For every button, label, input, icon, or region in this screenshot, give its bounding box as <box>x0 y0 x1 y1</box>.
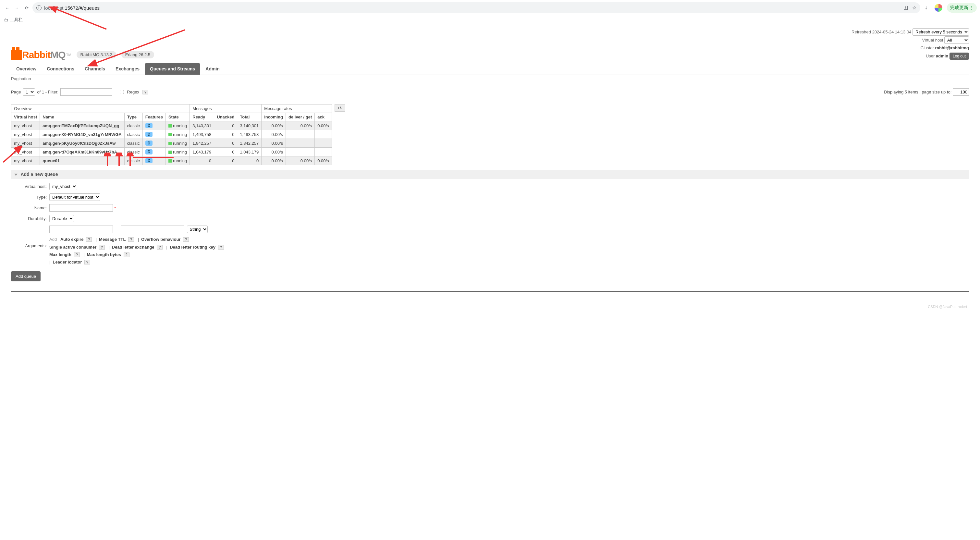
group-rates: Message rates <box>262 105 332 113</box>
cluster-value: rabbit@rabbitmq <box>935 45 969 50</box>
help-icon[interactable]: ? <box>183 237 189 242</box>
vhost-label: Virtual host <box>922 38 943 43</box>
bookmark-folder-label[interactable]: 工具栏 <box>10 17 23 23</box>
quick-arg-max-length-bytes[interactable]: Max length bytes <box>87 252 121 257</box>
rabbitmq-logo: RabbitMQTM <box>11 49 72 61</box>
quick-arg-leader-locator[interactable]: Leader locator <box>53 260 82 264</box>
table-row: my_vhostamq.gen-X0-RYMG4D_vn21gYrMRWGAcl… <box>11 130 332 139</box>
queue-name-link[interactable]: amq.gen-X0-RYMG4D_vn21gYrMRWGA <box>40 130 124 139</box>
of-label: of 1 - Filter: <box>37 89 59 94</box>
th-features[interactable]: Features <box>142 113 165 121</box>
form-durability-select[interactable]: Durable <box>49 215 74 222</box>
th-name[interactable]: Name <box>40 113 124 121</box>
version-pill: RabbitMQ 3.13.2 <box>76 51 116 58</box>
quick-arg-message-ttl[interactable]: Message TTL <box>99 237 126 242</box>
help-icon[interactable]: ? <box>74 252 80 257</box>
queue-name-link[interactable]: amq.gen-pKyUoy0fCilzDOg0ZxJsAw <box>40 139 124 148</box>
avatar[interactable] <box>935 4 942 12</box>
quick-arg-dead-letter-routing-key[interactable]: Dead letter routing key <box>170 245 215 250</box>
help-icon[interactable]: ? <box>99 245 105 250</box>
site-info-icon[interactable]: i <box>37 5 41 10</box>
th-deliver-get[interactable]: deliver / get <box>286 113 315 121</box>
th-state[interactable]: State <box>165 113 189 121</box>
arg-type-select[interactable]: String <box>187 226 208 233</box>
th-ready[interactable]: Ready <box>190 113 214 121</box>
group-overview: Overview <box>11 105 190 113</box>
help-icon[interactable]: ? <box>86 237 92 242</box>
vhost-select[interactable]: All <box>944 37 969 44</box>
regex-checkbox[interactable] <box>120 90 124 94</box>
tab-queues-and-streams[interactable]: Queues and Streams <box>145 63 200 75</box>
column-toggle-button[interactable]: +/- <box>334 104 345 112</box>
user-label: User <box>926 54 935 58</box>
help-icon[interactable]: ? <box>128 237 134 242</box>
quick-arg-single-active-consumer[interactable]: Single active consumer <box>49 245 96 250</box>
quick-arg-auto-expire[interactable]: Auto expire <box>60 237 84 242</box>
th-virtual-host[interactable]: Virtual host <box>11 113 40 121</box>
durable-badge: D <box>145 149 153 155</box>
form-type-select[interactable]: Default for virtual host <box>49 193 100 201</box>
queue-name-link[interactable]: amq.gen-ti7OqeAKm31kKn09vHz7bA <box>40 148 124 156</box>
add-queue-section-header[interactable]: Add a new queue <box>11 170 969 179</box>
quick-arg-dead-letter-exchange[interactable]: Dead letter exchange <box>112 245 154 250</box>
durable-badge: D <box>145 132 153 137</box>
table-row: my_vhostamq.gen-EMZaxDjfPEekumpZUQN_ggcl… <box>11 121 332 130</box>
reload-icon[interactable]: ⟳ <box>23 4 30 12</box>
durable-badge: D <box>145 123 153 128</box>
pagination-label: Pagination <box>11 76 969 81</box>
help-icon[interactable]: ? <box>84 260 90 264</box>
forward-icon[interactable]: → <box>13 4 21 12</box>
add-queue-button[interactable]: Add queue <box>11 271 41 281</box>
refreshed-label: Refreshed <box>851 30 871 34</box>
form-vhost-select[interactable]: my_vhost <box>49 183 77 190</box>
queue-name-link[interactable]: amq.gen-EMZaxDjfPEekumpZUQN_gg <box>40 121 124 130</box>
back-icon[interactable]: ← <box>3 4 11 12</box>
table-row: my_vhostamq.gen-pKyUoy0fCilzDOg0ZxJsAwcl… <box>11 139 332 148</box>
bookmark-folder-icon[interactable]: 🗀 <box>4 18 8 22</box>
th-incoming[interactable]: incoming <box>262 113 286 121</box>
page-size-input[interactable] <box>953 88 969 96</box>
footer-divider <box>11 291 969 298</box>
watermark: CSDN @JavaPub-rodert <box>928 305 967 309</box>
form-arguments-label: Arguments: <box>11 244 47 248</box>
regex-label: Regex <box>127 89 139 94</box>
form-name-input[interactable] <box>49 204 113 212</box>
queue-name-link[interactable]: queue01 <box>40 156 124 165</box>
quick-arg-overflow-behaviour[interactable]: Overflow behaviour <box>141 237 180 242</box>
form-type-label: Type: <box>11 195 47 199</box>
downloads-icon[interactable]: ⭳ <box>922 4 930 12</box>
help-icon[interactable]: ? <box>218 245 224 250</box>
tab-admin[interactable]: Admin <box>200 63 225 75</box>
refresh-interval-select[interactable]: Refresh every 5 seconds <box>913 28 969 36</box>
url-bar[interactable]: i localhost:15672/#/queues ⚿ ☆ <box>32 2 920 13</box>
page-label: Page <box>11 89 21 94</box>
th-total[interactable]: Total <box>237 113 262 121</box>
chevron-down-icon <box>14 174 18 176</box>
tab-channels[interactable]: Channels <box>80 63 110 75</box>
tab-connections[interactable]: Connections <box>41 63 80 75</box>
th-ack[interactable]: ack <box>315 113 332 121</box>
durable-badge: D <box>145 158 153 163</box>
cluster-label: Cluster <box>921 45 934 50</box>
display-count: Displaying 5 items , page size up to: <box>884 89 951 94</box>
filter-input[interactable] <box>60 88 112 96</box>
quick-arg-max-length[interactable]: Max length <box>49 252 72 257</box>
th-unacked[interactable]: Unacked <box>214 113 237 121</box>
help-icon[interactable]: ? <box>157 245 162 250</box>
th-type[interactable]: Type <box>124 113 142 121</box>
logout-button[interactable]: Log out <box>950 53 969 60</box>
regex-help-icon[interactable]: ? <box>142 90 148 94</box>
arg-value-input[interactable] <box>121 226 184 233</box>
durable-badge: D <box>145 140 153 146</box>
tab-overview[interactable]: Overview <box>11 63 41 75</box>
add-hint: Add <box>49 237 57 242</box>
browser-update-button[interactable]: 完成更新 ⋮ <box>947 3 977 13</box>
refreshed-time: 2024-05-24 14:13:04 <box>872 30 912 34</box>
erlang-pill: Erlang 26.2.5 <box>121 51 154 58</box>
tab-exchanges[interactable]: Exchanges <box>110 63 145 75</box>
star-icon[interactable]: ☆ <box>912 5 916 11</box>
page-select[interactable]: 1 <box>23 88 35 96</box>
password-key-icon[interactable]: ⚿ <box>904 5 908 11</box>
help-icon[interactable]: ? <box>124 252 129 257</box>
arg-key-input[interactable] <box>49 226 113 233</box>
